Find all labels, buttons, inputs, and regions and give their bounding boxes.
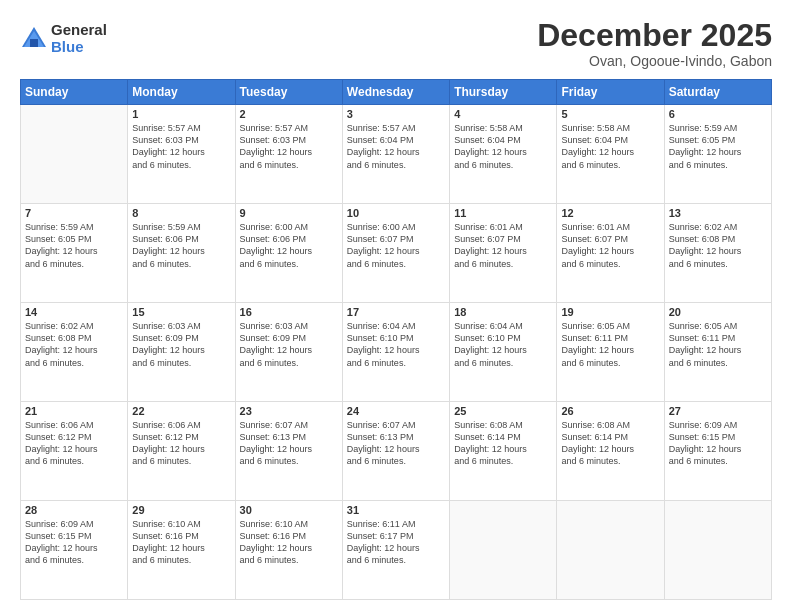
day-number: 8 — [132, 207, 230, 219]
location: Ovan, Ogooue-Ivindo, Gabon — [537, 53, 772, 69]
calendar-cell: 30Sunrise: 6:10 AM Sunset: 6:16 PM Dayli… — [235, 501, 342, 600]
calendar-cell: 20Sunrise: 6:05 AM Sunset: 6:11 PM Dayli… — [664, 303, 771, 402]
calendar-cell: 22Sunrise: 6:06 AM Sunset: 6:12 PM Dayli… — [128, 402, 235, 501]
calendar-cell: 27Sunrise: 6:09 AM Sunset: 6:15 PM Dayli… — [664, 402, 771, 501]
calendar-cell — [21, 105, 128, 204]
day-info: Sunrise: 6:05 AM Sunset: 6:11 PM Dayligh… — [561, 321, 634, 367]
calendar-cell: 13Sunrise: 6:02 AM Sunset: 6:08 PM Dayli… — [664, 204, 771, 303]
day-number: 16 — [240, 306, 338, 318]
day-number: 24 — [347, 405, 445, 417]
calendar-cell: 3Sunrise: 5:57 AM Sunset: 6:04 PM Daylig… — [342, 105, 449, 204]
day-number: 5 — [561, 108, 659, 120]
day-number: 29 — [132, 504, 230, 516]
day-number: 15 — [132, 306, 230, 318]
calendar-cell: 21Sunrise: 6:06 AM Sunset: 6:12 PM Dayli… — [21, 402, 128, 501]
calendar-week-row: 1Sunrise: 5:57 AM Sunset: 6:03 PM Daylig… — [21, 105, 772, 204]
svg-rect-2 — [30, 39, 38, 47]
calendar-cell: 17Sunrise: 6:04 AM Sunset: 6:10 PM Dayli… — [342, 303, 449, 402]
day-number: 12 — [561, 207, 659, 219]
page: General Blue December 2025 Ovan, Ogooue-… — [0, 0, 792, 612]
day-info: Sunrise: 5:59 AM Sunset: 6:06 PM Dayligh… — [132, 222, 205, 268]
calendar-table: SundayMondayTuesdayWednesdayThursdayFrid… — [20, 79, 772, 600]
day-info: Sunrise: 6:11 AM Sunset: 6:17 PM Dayligh… — [347, 519, 420, 565]
calendar-week-row: 14Sunrise: 6:02 AM Sunset: 6:08 PM Dayli… — [21, 303, 772, 402]
weekday-header-saturday: Saturday — [664, 80, 771, 105]
calendar-header-row: SundayMondayTuesdayWednesdayThursdayFrid… — [21, 80, 772, 105]
calendar-cell: 2Sunrise: 5:57 AM Sunset: 6:03 PM Daylig… — [235, 105, 342, 204]
calendar-cell: 24Sunrise: 6:07 AM Sunset: 6:13 PM Dayli… — [342, 402, 449, 501]
day-info: Sunrise: 6:06 AM Sunset: 6:12 PM Dayligh… — [132, 420, 205, 466]
day-number: 18 — [454, 306, 552, 318]
day-number: 4 — [454, 108, 552, 120]
logo: General Blue — [20, 22, 107, 55]
day-number: 11 — [454, 207, 552, 219]
day-info: Sunrise: 6:04 AM Sunset: 6:10 PM Dayligh… — [454, 321, 527, 367]
day-number: 21 — [25, 405, 123, 417]
weekday-header-tuesday: Tuesday — [235, 80, 342, 105]
day-number: 20 — [669, 306, 767, 318]
calendar-cell: 14Sunrise: 6:02 AM Sunset: 6:08 PM Dayli… — [21, 303, 128, 402]
day-info: Sunrise: 6:00 AM Sunset: 6:07 PM Dayligh… — [347, 222, 420, 268]
day-number: 27 — [669, 405, 767, 417]
day-number: 13 — [669, 207, 767, 219]
day-info: Sunrise: 6:09 AM Sunset: 6:15 PM Dayligh… — [25, 519, 98, 565]
day-info: Sunrise: 6:01 AM Sunset: 6:07 PM Dayligh… — [561, 222, 634, 268]
month-title: December 2025 — [537, 18, 772, 53]
calendar-cell: 18Sunrise: 6:04 AM Sunset: 6:10 PM Dayli… — [450, 303, 557, 402]
weekday-header-friday: Friday — [557, 80, 664, 105]
calendar-cell — [450, 501, 557, 600]
day-info: Sunrise: 6:02 AM Sunset: 6:08 PM Dayligh… — [669, 222, 742, 268]
calendar-cell: 31Sunrise: 6:11 AM Sunset: 6:17 PM Dayli… — [342, 501, 449, 600]
calendar-cell: 9Sunrise: 6:00 AM Sunset: 6:06 PM Daylig… — [235, 204, 342, 303]
calendar-week-row: 21Sunrise: 6:06 AM Sunset: 6:12 PM Dayli… — [21, 402, 772, 501]
calendar-cell — [664, 501, 771, 600]
calendar-cell: 5Sunrise: 5:58 AM Sunset: 6:04 PM Daylig… — [557, 105, 664, 204]
calendar-cell: 10Sunrise: 6:00 AM Sunset: 6:07 PM Dayli… — [342, 204, 449, 303]
calendar-cell: 7Sunrise: 5:59 AM Sunset: 6:05 PM Daylig… — [21, 204, 128, 303]
title-block: December 2025 Ovan, Ogooue-Ivindo, Gabon — [537, 18, 772, 69]
calendar-cell: 16Sunrise: 6:03 AM Sunset: 6:09 PM Dayli… — [235, 303, 342, 402]
calendar-cell — [557, 501, 664, 600]
day-number: 1 — [132, 108, 230, 120]
calendar-cell: 19Sunrise: 6:05 AM Sunset: 6:11 PM Dayli… — [557, 303, 664, 402]
weekday-header-monday: Monday — [128, 80, 235, 105]
day-number: 25 — [454, 405, 552, 417]
day-info: Sunrise: 5:57 AM Sunset: 6:04 PM Dayligh… — [347, 123, 420, 169]
day-info: Sunrise: 5:58 AM Sunset: 6:04 PM Dayligh… — [454, 123, 527, 169]
calendar-cell: 12Sunrise: 6:01 AM Sunset: 6:07 PM Dayli… — [557, 204, 664, 303]
calendar-cell: 8Sunrise: 5:59 AM Sunset: 6:06 PM Daylig… — [128, 204, 235, 303]
calendar-cell: 23Sunrise: 6:07 AM Sunset: 6:13 PM Dayli… — [235, 402, 342, 501]
calendar-cell: 11Sunrise: 6:01 AM Sunset: 6:07 PM Dayli… — [450, 204, 557, 303]
day-info: Sunrise: 6:10 AM Sunset: 6:16 PM Dayligh… — [240, 519, 313, 565]
calendar-cell: 29Sunrise: 6:10 AM Sunset: 6:16 PM Dayli… — [128, 501, 235, 600]
day-info: Sunrise: 6:03 AM Sunset: 6:09 PM Dayligh… — [240, 321, 313, 367]
day-number: 22 — [132, 405, 230, 417]
logo-blue-text: Blue — [51, 39, 107, 56]
day-number: 9 — [240, 207, 338, 219]
day-number: 30 — [240, 504, 338, 516]
logo-icon — [20, 25, 48, 53]
day-info: Sunrise: 5:59 AM Sunset: 6:05 PM Dayligh… — [25, 222, 98, 268]
day-number: 14 — [25, 306, 123, 318]
day-number: 17 — [347, 306, 445, 318]
day-number: 23 — [240, 405, 338, 417]
day-number: 7 — [25, 207, 123, 219]
calendar-cell: 26Sunrise: 6:08 AM Sunset: 6:14 PM Dayli… — [557, 402, 664, 501]
logo-text: General Blue — [51, 22, 107, 55]
logo-general-text: General — [51, 22, 107, 39]
day-info: Sunrise: 6:04 AM Sunset: 6:10 PM Dayligh… — [347, 321, 420, 367]
day-number: 2 — [240, 108, 338, 120]
calendar-cell: 1Sunrise: 5:57 AM Sunset: 6:03 PM Daylig… — [128, 105, 235, 204]
day-info: Sunrise: 6:07 AM Sunset: 6:13 PM Dayligh… — [347, 420, 420, 466]
calendar-cell: 25Sunrise: 6:08 AM Sunset: 6:14 PM Dayli… — [450, 402, 557, 501]
day-number: 28 — [25, 504, 123, 516]
day-info: Sunrise: 6:05 AM Sunset: 6:11 PM Dayligh… — [669, 321, 742, 367]
calendar-cell: 6Sunrise: 5:59 AM Sunset: 6:05 PM Daylig… — [664, 105, 771, 204]
day-number: 26 — [561, 405, 659, 417]
calendar-week-row: 28Sunrise: 6:09 AM Sunset: 6:15 PM Dayli… — [21, 501, 772, 600]
calendar-cell: 4Sunrise: 5:58 AM Sunset: 6:04 PM Daylig… — [450, 105, 557, 204]
day-number: 10 — [347, 207, 445, 219]
day-info: Sunrise: 5:58 AM Sunset: 6:04 PM Dayligh… — [561, 123, 634, 169]
day-number: 31 — [347, 504, 445, 516]
calendar-week-row: 7Sunrise: 5:59 AM Sunset: 6:05 PM Daylig… — [21, 204, 772, 303]
